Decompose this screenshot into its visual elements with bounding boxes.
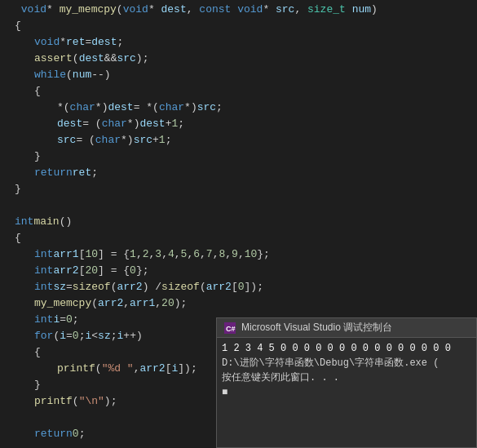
code-line: my_memcpy(arr2, arr1, 20); xyxy=(0,295,477,312)
code-line: while (num--) xyxy=(0,67,477,83)
code-line: { xyxy=(0,83,477,100)
code-line: } xyxy=(0,149,477,165)
code-editor: void* my_memcpy(void* dest, const void* … xyxy=(0,0,477,448)
debug-output: 1 2 3 4 5 0 0 0 0 0 0 0 0 0 0 0 0 0 0 0 xyxy=(222,341,471,356)
svg-text:C#: C# xyxy=(226,325,236,333)
debug-hint: 按任意键关闭此窗口. . . xyxy=(222,370,471,385)
code-line: void* ret = dest; xyxy=(0,34,477,51)
debug-cursor: ■ xyxy=(222,385,471,400)
code-line: int sz = sizeof(arr2) / sizeof(arr2[0]); xyxy=(0,279,477,295)
code-line: { xyxy=(0,230,477,246)
code-line: int arr1[10] = { 1,2,3,4,5,6,7,8,9,10 }; xyxy=(0,246,477,263)
code-line: int arr2[20] = { 0 }; xyxy=(0,263,477,279)
code-line: src = (char*)src + 1; xyxy=(0,132,477,149)
code-line: { xyxy=(0,18,477,34)
debug-console: C# Microsoft Visual Studio 调试控制台 1 2 3 4… xyxy=(216,317,477,448)
code-line xyxy=(0,197,477,214)
code-line: dest = (char*)dest + 1; xyxy=(0,116,477,132)
code-line-main: int main() xyxy=(0,214,477,230)
debug-title-bar: C# Microsoft Visual Studio 调试控制台 xyxy=(217,318,476,338)
function-signature: void* my_memcpy(void* dest, const void* … xyxy=(0,0,477,18)
vs-icon: C# xyxy=(223,322,236,335)
code-line: assert(dest && src); xyxy=(0,51,477,67)
code-line: *(char*)dest = *(char*)src; xyxy=(0,100,477,116)
debug-console-content: 1 2 3 4 5 0 0 0 0 0 0 0 0 0 0 0 0 0 0 0 … xyxy=(217,338,476,403)
debug-path: D:\进阶\字符串函数\Debug\字符串函数.exe ( xyxy=(222,356,471,370)
code-line: return ret; xyxy=(0,165,477,181)
code-line: } xyxy=(0,181,477,197)
debug-console-title: Microsoft Visual Studio 调试控制台 xyxy=(241,321,392,335)
